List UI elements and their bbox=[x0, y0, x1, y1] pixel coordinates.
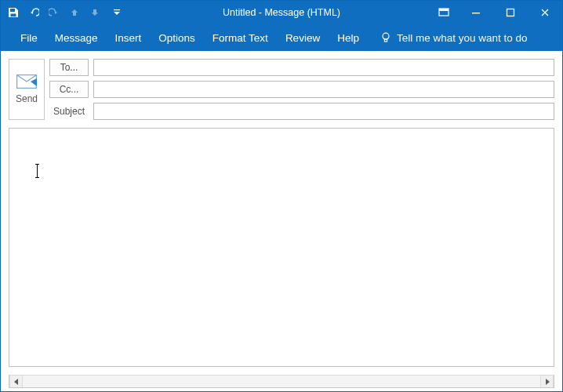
message-body[interactable] bbox=[9, 128, 554, 367]
send-button[interactable]: Send bbox=[9, 59, 45, 120]
ribbon-display-options-button[interactable] bbox=[429, 1, 459, 24]
lightbulb-icon bbox=[380, 31, 392, 44]
triangle-right-icon bbox=[544, 379, 550, 385]
close-icon bbox=[540, 8, 550, 17]
svg-rect-0 bbox=[10, 9, 15, 12]
send-label: Send bbox=[16, 93, 38, 104]
arrow-up-icon bbox=[70, 8, 79, 17]
redo-button[interactable] bbox=[45, 3, 64, 22]
to-input[interactable] bbox=[93, 59, 554, 76]
minimize-button[interactable] bbox=[459, 1, 493, 24]
subject-row: Subject bbox=[49, 103, 554, 120]
envelope-icon bbox=[16, 74, 37, 89]
ribbon-tabs: File Message Insert Options Format Text … bbox=[1, 24, 562, 51]
header-fields: To... Cc... Subject bbox=[49, 59, 554, 120]
svg-rect-6 bbox=[507, 9, 514, 16]
arrow-down-icon bbox=[90, 8, 100, 17]
tab-review[interactable]: Review bbox=[277, 24, 329, 51]
tab-file[interactable]: File bbox=[12, 24, 46, 51]
maximize-icon bbox=[506, 8, 515, 17]
tab-help[interactable]: Help bbox=[329, 24, 368, 51]
tab-insert[interactable]: Insert bbox=[107, 24, 151, 51]
next-item-button[interactable] bbox=[85, 3, 104, 22]
undo-button[interactable] bbox=[24, 3, 43, 22]
redo-icon bbox=[49, 7, 60, 18]
text-caret-icon bbox=[37, 165, 38, 177]
to-button[interactable]: To... bbox=[49, 59, 89, 76]
horizontal-scrollbar[interactable] bbox=[9, 375, 554, 388]
close-button[interactable] bbox=[528, 1, 562, 24]
quick-access-toolbar bbox=[1, 3, 126, 22]
to-row: To... bbox=[49, 59, 554, 76]
scroll-track[interactable] bbox=[23, 376, 540, 387]
triangle-left-icon bbox=[13, 379, 20, 385]
cc-input[interactable] bbox=[93, 81, 554, 98]
tab-format-text[interactable]: Format Text bbox=[204, 24, 277, 51]
svg-point-7 bbox=[383, 33, 389, 39]
svg-rect-1 bbox=[11, 14, 16, 17]
tab-message[interactable]: Message bbox=[46, 24, 107, 51]
save-icon bbox=[8, 7, 19, 18]
window-controls bbox=[429, 1, 562, 24]
message-header: Send To... Cc... Subject bbox=[9, 59, 554, 120]
tell-me-label: Tell me what you want to do bbox=[397, 32, 528, 44]
svg-rect-5 bbox=[472, 13, 480, 13]
save-button[interactable] bbox=[4, 3, 23, 22]
cc-button[interactable]: Cc... bbox=[49, 81, 89, 98]
message-window: Untitled - Message (HTML) File Message I… bbox=[0, 0, 563, 392]
title-bar: Untitled - Message (HTML) bbox=[1, 1, 562, 24]
subject-input[interactable] bbox=[93, 103, 554, 120]
svg-rect-2 bbox=[114, 9, 120, 10]
cc-row: Cc... bbox=[49, 81, 554, 98]
subject-label: Subject bbox=[49, 103, 89, 120]
maximize-button[interactable] bbox=[493, 1, 528, 24]
chevron-down-icon bbox=[113, 9, 121, 16]
customize-qat-button[interactable] bbox=[107, 3, 126, 22]
previous-item-button[interactable] bbox=[65, 3, 84, 22]
compose-area: Send To... Cc... Subject bbox=[1, 51, 562, 391]
scroll-right-button[interactable] bbox=[540, 376, 554, 387]
undo-icon bbox=[28, 7, 39, 18]
minimize-icon bbox=[471, 8, 481, 17]
scroll-left-button[interactable] bbox=[9, 376, 23, 387]
tab-options[interactable]: Options bbox=[150, 24, 204, 51]
ribbon-options-icon bbox=[438, 8, 449, 17]
tell-me-search[interactable]: Tell me what you want to do bbox=[371, 24, 536, 51]
svg-rect-8 bbox=[384, 39, 387, 42]
svg-rect-4 bbox=[439, 9, 449, 11]
